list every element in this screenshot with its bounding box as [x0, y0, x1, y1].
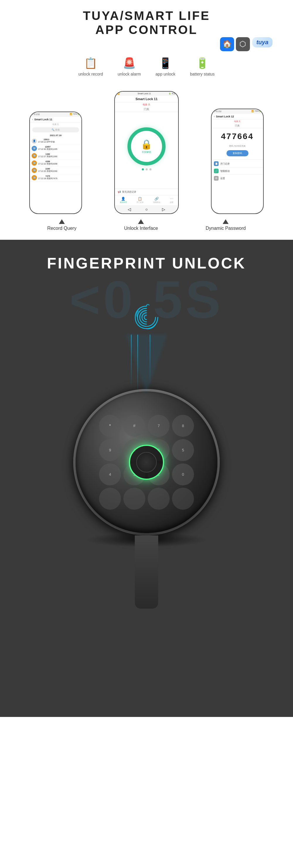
- record-item-3: 🔢 436817:12:22 用密码4368: [30, 159, 82, 167]
- unlock-alarm-icon: 🚨: [123, 57, 136, 69]
- features-row: 📋 unlock record 🚨 unlock alarm 📱 app unl…: [6, 57, 287, 76]
- search-bar[interactable]: 🔍 搜索: [32, 127, 79, 132]
- password-hint: 密码, 5分钟后失效: [211, 145, 263, 149]
- menu-records[interactable]: 📋 开门记录: [211, 160, 263, 167]
- feature-battery-status: 🔋 battery status: [190, 57, 215, 76]
- battery-status-icon: 🔋: [196, 57, 209, 69]
- nav-records[interactable]: 📋开门记录: [137, 197, 144, 204]
- fingerprint-sensor-inner: [136, 452, 157, 472]
- bluetooth-badge-icon: ⬡: [236, 37, 250, 51]
- unlock-record-icon: 📋: [84, 57, 97, 69]
- center-phone-subtitle: 电量 关: [115, 102, 178, 107]
- nav-members[interactable]: 👤成员管理: [120, 197, 127, 204]
- center-phone-title: Smart Lock 11: [135, 97, 157, 101]
- record-item-4: 🔢 228017:12:20 用密码2280: [30, 167, 82, 174]
- unlock-record-label: unlock record: [78, 72, 103, 76]
- beam-lines: [143, 335, 150, 393]
- key-empty-4: [172, 488, 194, 510]
- device-image-area: * # 7 8 9 1 6 5 4 3 2 0: [0, 278, 293, 717]
- copy-password-button[interactable]: 复制密码: [227, 150, 248, 156]
- key-empty-2: [123, 488, 145, 510]
- fingerprint-section: FINGERPRINT UNLOCK <0.5S: [0, 240, 293, 717]
- app-title: TUYA/SMART LIFE APP CONTROL: [6, 9, 287, 37]
- feature-unlock-alarm: 🚨 unlock alarm: [117, 57, 141, 76]
- key-4[interactable]: 4: [99, 463, 121, 485]
- arrow-record-query: Record Query: [47, 219, 77, 231]
- key-9[interactable]: 9: [99, 439, 121, 461]
- nav-settings[interactable]: ⋯设置: [170, 197, 173, 204]
- fingerprint-title: FINGERPRINT UNLOCK: [47, 240, 246, 278]
- left-phone-subtitle: 电量 关: [30, 122, 82, 126]
- app-unlock-icon: 📱: [159, 57, 172, 69]
- nav-smart[interactable]: 🔗智能联动: [153, 197, 160, 204]
- key-asterisk[interactable]: *: [99, 415, 121, 437]
- device-disc: * # 7 8 9 1 6 5 4 3 2 0: [76, 392, 217, 533]
- left-phone-title: Smart Lock 11: [34, 118, 53, 121]
- title-line1: TUYA/SMART LIFE: [6, 9, 287, 23]
- device-stem: [135, 535, 158, 609]
- dynamic-password: 477664: [211, 128, 263, 145]
- phone-center: 📶Smart Lock 11🔋 4:29 Smart Lock 11 电量 关 …: [114, 91, 179, 214]
- menu-smart[interactable]: 🔗 智能联动: [211, 167, 263, 175]
- phone-left: 下午2:52📶 70%🔋 ‹ Smart Lock 11 电量 关 🔍 搜索 2…: [29, 112, 82, 214]
- key-5[interactable]: 5: [172, 439, 194, 461]
- key-8[interactable]: 8: [172, 415, 194, 437]
- unlock-label: 长按解锁: [142, 151, 151, 154]
- record-item-2: 🔢 136017:12:27 用密码1360: [30, 152, 82, 159]
- unlock-interface-label: Unlock Interface: [124, 226, 158, 231]
- record-query-label: Record Query: [47, 226, 77, 231]
- home-badge-icon: 🏠: [220, 37, 234, 51]
- menu-settings[interactable]: ⚙ 设置: [211, 175, 263, 182]
- record-item-0: 👤 1581317:20:12 APP开锁: [30, 137, 82, 145]
- record-date: 2021.07.18: [30, 133, 82, 137]
- record-item-5: 🔢 747917:12:18 用密码7479: [30, 174, 82, 182]
- fingerprint-sensor-ring[interactable]: [129, 445, 164, 480]
- arrow-unlock-interface: Unlock Interface: [124, 219, 158, 231]
- arrows-row: Record Query Unlock Interface Dynamic Pa…: [24, 219, 269, 231]
- unlock-alarm-label: unlock alarm: [117, 72, 141, 76]
- fingerprint-svg: [130, 301, 163, 334]
- key-7[interactable]: 7: [148, 415, 170, 437]
- fingerprint-icon: [130, 301, 163, 335]
- phones-area: 下午2:52📶 70%🔋 ‹ Smart Lock 11 电量 关 🔍 搜索 2…: [14, 85, 279, 214]
- right-phone-title: Smart Lock 12: [216, 115, 234, 118]
- title-line2: APP CONTROL: [6, 23, 287, 37]
- right-phone-subtitle: 电量 关: [211, 119, 263, 124]
- phone-right: 下午2:52📶 73%🔋 ‹ Smart Lock 12 电量 关 门关 477…: [211, 108, 264, 214]
- lock-circle[interactable]: 🔒 长按解锁: [127, 127, 166, 165]
- key-empty-3: [148, 488, 170, 510]
- key-hash[interactable]: #: [123, 415, 145, 437]
- device-body: * # 7 8 9 1 6 5 4 3 2 0: [73, 389, 220, 535]
- key-0[interactable]: 0: [172, 463, 194, 485]
- key-empty-1: [99, 488, 121, 510]
- dynamic-password-label: Dynamic Password: [206, 226, 246, 231]
- arrow-dynamic-password: Dynamic Password: [206, 219, 246, 231]
- record-item-1: 🔢 1265717:12:30 用密码1265: [30, 145, 82, 152]
- scan-beam-area: [130, 301, 163, 393]
- battery-status-label: battery status: [190, 72, 215, 76]
- right-door-label: 门关: [211, 124, 263, 128]
- app-unlock-label: app unlock: [155, 72, 176, 76]
- app-control-section: TUYA/SMART LIFE APP CONTROL 🏠 ⬡ tuya 📋 u…: [0, 0, 293, 240]
- tuya-logo: tuya: [256, 39, 268, 46]
- feature-app-unlock: 📱 app unlock: [155, 57, 176, 76]
- center-door-label: 门关: [115, 107, 178, 112]
- feature-unlock-record: 📋 unlock record: [78, 57, 103, 76]
